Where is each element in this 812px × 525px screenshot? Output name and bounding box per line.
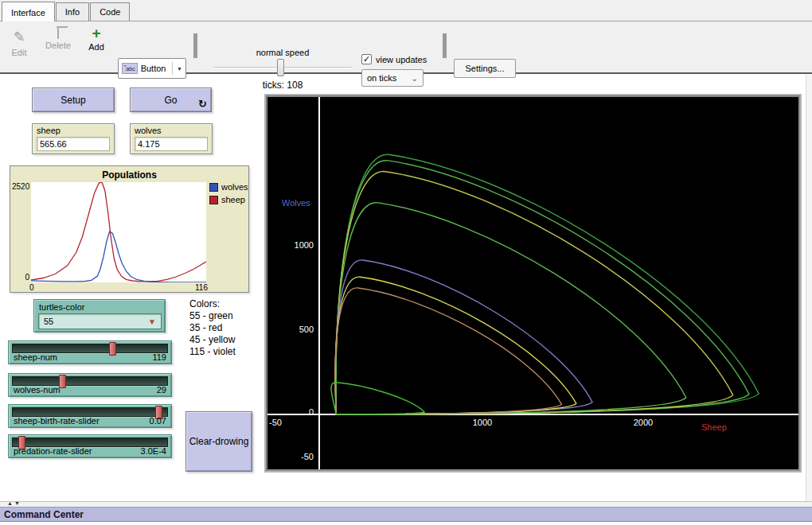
tab-info[interactable]: Info xyxy=(56,2,89,21)
slider-value: 3.0E-4 xyxy=(141,446,166,456)
sheep-monitor-label: sheep xyxy=(37,126,61,135)
sheep-monitor-value: 565.66 xyxy=(37,137,110,151)
abc-widget-icon: *abc xyxy=(122,63,138,74)
phase-ytick-0: 0 xyxy=(283,407,314,417)
sheep-axis-label: Sheep xyxy=(701,422,727,432)
phase-loop-sienna xyxy=(335,288,561,414)
phase-xtick-2000: 2000 xyxy=(626,418,661,427)
colors-note-line: 35 - red xyxy=(189,322,253,334)
wolves-monitor-value: 4.175 xyxy=(135,137,208,151)
edit-pencil-icon: ✎ xyxy=(14,29,25,45)
toolbar: ✎ Edit Delete + Add *abc Button ▼ normal… xyxy=(0,21,812,74)
chevron-down-icon: ⌄ xyxy=(412,74,418,83)
phase-plot-canvas xyxy=(267,97,798,469)
slider-label: sheep-num xyxy=(14,352,57,362)
colors-note: Colors: 55 - green 35 - red 45 - yellow … xyxy=(189,298,253,358)
tab-interface[interactable]: Interface xyxy=(2,2,55,21)
chooser-value: 55 xyxy=(44,317,53,326)
add-label: Add xyxy=(83,42,110,52)
wolves-num-slider[interactable]: wolves-num 29 xyxy=(8,373,172,397)
colors-note-title: Colors: xyxy=(189,298,253,310)
sheep-legend-swatch xyxy=(209,196,218,204)
go-button[interactable]: Go ↻ xyxy=(130,88,212,112)
chooser-field[interactable]: 55 ▼ xyxy=(38,313,162,329)
phase-ytick-500: 500 xyxy=(283,325,314,334)
delete-trash-icon xyxy=(57,28,59,39)
chooser-label: turtles-color xyxy=(39,302,84,312)
check-icon: ✓ xyxy=(363,54,370,64)
slider-value: 119 xyxy=(152,352,166,362)
update-mode-value: on ticks xyxy=(367,73,396,83)
slider-label: predation-rate-slider xyxy=(14,446,92,456)
add-button[interactable]: + Add xyxy=(83,27,110,52)
populations-xtick-max: 116 xyxy=(195,283,208,292)
slider-value: 29 xyxy=(157,385,166,395)
view-updates-checkbox-row: ✓ view updates xyxy=(361,54,427,64)
colors-note-line: 55 - green xyxy=(189,310,253,322)
view-updates-checkbox[interactable]: ✓ xyxy=(361,54,372,64)
wolves-legend-label: wolves xyxy=(221,182,248,192)
phase-loop-green-small xyxy=(331,383,424,414)
populations-plot-area xyxy=(31,182,206,282)
widget-type-dropdown[interactable]: *abc Button ▼ xyxy=(118,58,186,79)
slider-handle[interactable] xyxy=(109,342,116,356)
sheep-monitor: sheep 565.66 xyxy=(32,123,115,154)
phase-loop-yellow-inner xyxy=(335,277,576,414)
populations-xtick-min: 0 xyxy=(29,283,34,292)
predation-rate-slider[interactable]: predation-rate-slider 3.0E-4 xyxy=(8,434,172,458)
populations-plot-title: Populations xyxy=(10,169,248,181)
populations-ytick-max: 2520 xyxy=(12,182,29,191)
delete-button[interactable]: Delete xyxy=(41,29,75,50)
setup-button[interactable]: Setup xyxy=(32,88,115,112)
add-plus-icon: + xyxy=(83,27,110,40)
settings-button[interactable]: Settings... xyxy=(454,59,516,78)
colors-note-line: 45 - yellow xyxy=(189,334,253,346)
phase-loop-violet xyxy=(335,260,592,414)
phase-xtick-1000: 1000 xyxy=(465,418,500,427)
splitter-arrows-icon[interactable]: ▲▼ xyxy=(7,500,21,506)
clear-drawing-button[interactable]: Clear-drowing xyxy=(185,411,252,472)
sheep-num-slider[interactable]: sheep-num 119 xyxy=(8,340,172,364)
wolves-monitor: wolves 4.175 xyxy=(130,123,213,154)
edit-label: Edit xyxy=(5,48,33,57)
populations-ytick-min: 0 xyxy=(12,273,29,282)
tab-code[interactable]: Code xyxy=(90,2,130,21)
tab-bar: Interface Info Code xyxy=(0,0,812,21)
slider-label: wolves-num xyxy=(14,385,61,395)
phase-xtick-neg50: -50 xyxy=(269,418,282,427)
toolbar-separator xyxy=(443,33,447,58)
legend-item-sheep: sheep xyxy=(209,195,245,204)
wolves-monitor-label: wolves xyxy=(135,126,162,135)
slider-value: 0.07 xyxy=(150,416,166,426)
dropdown-arrow-icon: ▼ xyxy=(172,62,182,75)
phase-plot-area: Wolves 1000 500 0 -50 -50 1000 2000 Shee… xyxy=(267,97,798,469)
populations-plot: Populations 2520 0 0 116 wolves sheep xyxy=(10,165,249,293)
slider-label: sheep-birth-rate-slider xyxy=(14,416,100,426)
right-scroll-edge[interactable] xyxy=(806,75,812,501)
sheep-birth-rate-slider[interactable]: sheep-birth-rate-slider 0.07 xyxy=(8,404,172,428)
populations-plot-canvas xyxy=(31,182,206,282)
widget-type-value: Button xyxy=(141,64,166,73)
phase-loop-green-mid xyxy=(336,203,686,414)
command-center-splitter[interactable]: ▲▼ xyxy=(0,501,812,507)
turtles-color-chooser[interactable]: turtles-color 55 ▼ xyxy=(33,299,166,332)
toolbar-separator xyxy=(193,33,197,58)
edit-button[interactable]: ✎ Edit xyxy=(5,29,33,57)
phase-ytick-neg50: -50 xyxy=(283,452,314,461)
speed-slider-thumb[interactable] xyxy=(277,59,284,76)
sheep-legend-label: sheep xyxy=(221,195,245,204)
phase-ytick-1000: 1000 xyxy=(283,240,314,250)
colors-note-line: 115 - violet xyxy=(189,346,253,358)
forever-icon: ↻ xyxy=(198,98,207,110)
ticks-counter: ticks: 108 xyxy=(213,80,352,91)
update-mode-dropdown[interactable]: on ticks ⌄ xyxy=(361,69,424,87)
view-updates-label: view updates xyxy=(376,55,427,64)
chooser-arrow-icon: ▼ xyxy=(148,317,156,326)
delete-label: Delete xyxy=(41,41,75,50)
go-label: Go xyxy=(164,95,177,106)
legend-item-wolves: wolves xyxy=(209,182,248,192)
phase-plot-widget: Wolves 1000 500 0 -50 -50 1000 2000 Shee… xyxy=(264,94,802,472)
command-center-title: Command Center xyxy=(4,509,84,520)
phase-loop-green-outer-b xyxy=(336,161,749,414)
command-center-bar[interactable]: Command Center xyxy=(0,507,812,522)
